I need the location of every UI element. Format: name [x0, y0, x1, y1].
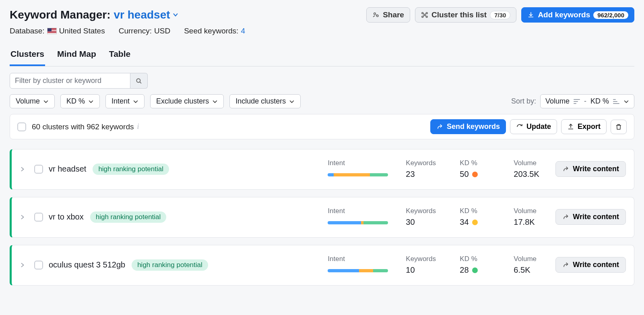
- write-content-button[interactable]: Write content: [555, 209, 626, 225]
- database-meta: Database: United States: [10, 27, 105, 35]
- svg-point-7: [136, 79, 140, 82]
- keywords-label: Keywords: [406, 159, 442, 167]
- filter-label: Volume: [16, 97, 40, 106]
- kd-label: KD %: [460, 207, 496, 215]
- update-button[interactable]: Update: [510, 119, 557, 134]
- tab-clusters[interactable]: Clusters: [10, 45, 45, 66]
- intent-bar: [328, 221, 388, 224]
- update-label: Update: [526, 122, 551, 131]
- keywords-value: 10: [406, 265, 442, 275]
- filter-kd-[interactable]: KD %: [60, 94, 100, 108]
- svg-point-2: [424, 14, 425, 16]
- write-content-label: Write content: [573, 261, 619, 269]
- sort-desc-icon: [574, 99, 580, 104]
- filter-label: Exclude clusters: [156, 97, 209, 106]
- arrow-redo-icon: [436, 123, 444, 131]
- write-content-button[interactable]: Write content: [555, 257, 626, 273]
- add-keywords-count: 962/2,000: [593, 11, 628, 19]
- chevron-down-icon: [289, 99, 295, 104]
- cluster-row: vr headsethigh ranking potentialIntentKe…: [10, 149, 634, 190]
- sort-separator: -: [584, 97, 586, 106]
- currency-meta: Currency: USD: [119, 27, 170, 35]
- cluster-list-button[interactable]: Cluster this list 7/30: [415, 7, 516, 23]
- kd-value: 28: [460, 265, 496, 275]
- filter-label: Intent: [111, 97, 130, 106]
- tab-table[interactable]: Table: [108, 45, 131, 66]
- chevron-down-icon: [43, 99, 49, 104]
- cluster-icon: [421, 11, 428, 19]
- trash-icon: [615, 123, 622, 131]
- ranking-badge: high ranking potential: [93, 164, 169, 175]
- sort-selector[interactable]: Volume - KD %: [540, 94, 634, 108]
- expand-caret[interactable]: [17, 213, 29, 222]
- currency-value: USD: [154, 27, 170, 35]
- cluster-list-label: Cluster this list: [431, 10, 487, 19]
- search-button[interactable]: [130, 73, 148, 89]
- share-label: Share: [383, 10, 404, 19]
- chevron-down-icon: [212, 99, 218, 104]
- page-title: Keyword Manager: vr headset: [10, 8, 178, 21]
- add-keywords-button[interactable]: Add keywords 962/2,000: [521, 7, 634, 23]
- cluster-row: vr to xboxhigh ranking potentialIntentKe…: [10, 197, 634, 238]
- kd-dot-icon: [472, 267, 478, 273]
- database-value: United States: [59, 27, 105, 35]
- chevron-down-icon: [173, 12, 178, 18]
- send-keywords-button[interactable]: Send keywords: [430, 119, 506, 134]
- us-flag-icon: [47, 28, 57, 34]
- expand-caret[interactable]: [17, 165, 29, 174]
- volume-value: 17.8K: [514, 218, 550, 227]
- intent-label: Intent: [328, 159, 388, 167]
- cluster-checkbox[interactable]: [34, 213, 43, 222]
- seed-value-link[interactable]: 4: [241, 27, 245, 35]
- export-label: Export: [578, 122, 601, 131]
- cluster-row: oculus quest 3 512gbhigh ranking potenti…: [10, 245, 634, 286]
- sort-primary: Volume: [545, 97, 570, 106]
- intent-bar: [328, 173, 388, 176]
- seed-label: Seed keywords:: [184, 27, 238, 35]
- info-icon[interactable]: i: [137, 122, 139, 131]
- cluster-name: vr headset: [49, 164, 86, 174]
- arrow-redo-icon: [562, 261, 570, 269]
- expand-caret[interactable]: [17, 261, 29, 269]
- svg-point-1: [377, 15, 379, 17]
- delete-button[interactable]: [611, 120, 627, 134]
- kd-label: KD %: [460, 255, 496, 263]
- sort-asc-icon: [613, 99, 619, 104]
- share-button[interactable]: Share: [366, 7, 410, 23]
- cluster-checkbox[interactable]: [34, 261, 43, 269]
- cluster-checkbox[interactable]: [34, 165, 43, 174]
- title-prefix: Keyword Manager:: [10, 8, 111, 21]
- filter-volume[interactable]: Volume: [10, 94, 55, 108]
- chevron-down-icon: [88, 99, 94, 104]
- filter-exclude-clusters[interactable]: Exclude clusters: [150, 94, 224, 108]
- volume-label: Volume: [514, 159, 550, 167]
- view-tabs: ClustersMind MapTable: [10, 45, 634, 66]
- chevron-down-icon: [133, 99, 138, 104]
- write-content-button[interactable]: Write content: [555, 161, 626, 177]
- filter-input[interactable]: [10, 73, 130, 89]
- intent-label: Intent: [328, 255, 388, 263]
- cluster-name: oculus quest 3 512gb: [49, 260, 125, 269]
- kd-value: 50: [460, 170, 496, 179]
- cluster-count-pill: 7/30: [490, 11, 510, 19]
- sort-secondary: KD %: [590, 97, 609, 106]
- search-icon: [135, 77, 142, 85]
- tab-mind-map[interactable]: Mind Map: [56, 45, 97, 66]
- add-keywords-label: Add keywords: [538, 10, 590, 19]
- filter-label: Include clusters: [235, 97, 286, 106]
- export-button[interactable]: Export: [561, 119, 607, 134]
- select-all-checkbox[interactable]: [17, 122, 26, 131]
- keywords-value: 30: [406, 218, 442, 227]
- seed-meta: Seed keywords: 4: [184, 27, 245, 35]
- svg-point-0: [374, 13, 376, 15]
- keywords-label: Keywords: [406, 255, 442, 263]
- filter-intent[interactable]: Intent: [105, 94, 144, 108]
- sort-by-label: Sort by:: [511, 97, 536, 106]
- title-keyword-link[interactable]: vr headset: [114, 8, 178, 21]
- keywords-value: 23: [406, 170, 442, 179]
- ranking-badge: high ranking potential: [132, 259, 208, 271]
- kd-label: KD %: [460, 159, 496, 167]
- kd-dot-icon: [472, 220, 478, 225]
- upload-icon: [567, 123, 574, 131]
- filter-include-clusters[interactable]: Include clusters: [229, 94, 301, 108]
